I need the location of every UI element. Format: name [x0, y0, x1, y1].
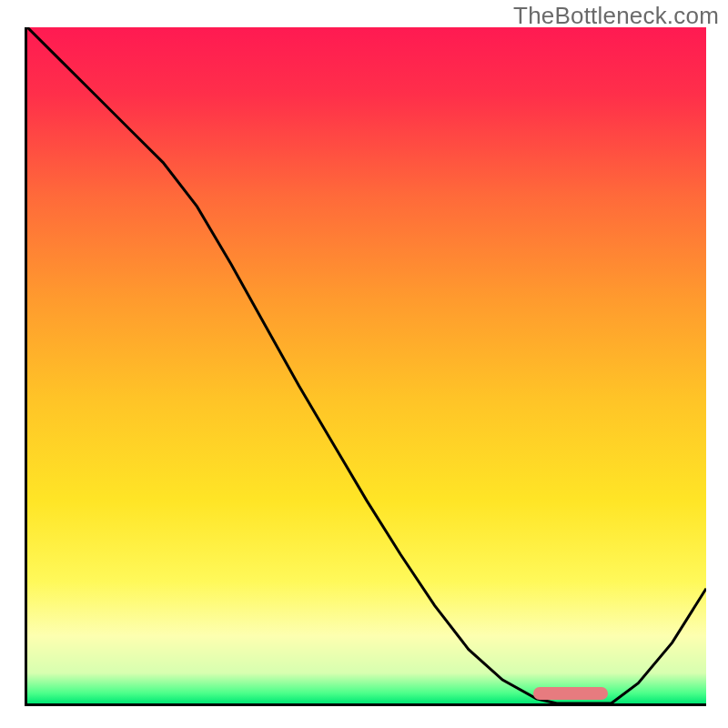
plot-area [25, 27, 706, 706]
optimal-marker [533, 687, 608, 700]
chart-frame: TheBottleneck.com [0, 0, 728, 728]
chart-svg [27, 27, 706, 703]
watermark-text: TheBottleneck.com [513, 2, 719, 30]
